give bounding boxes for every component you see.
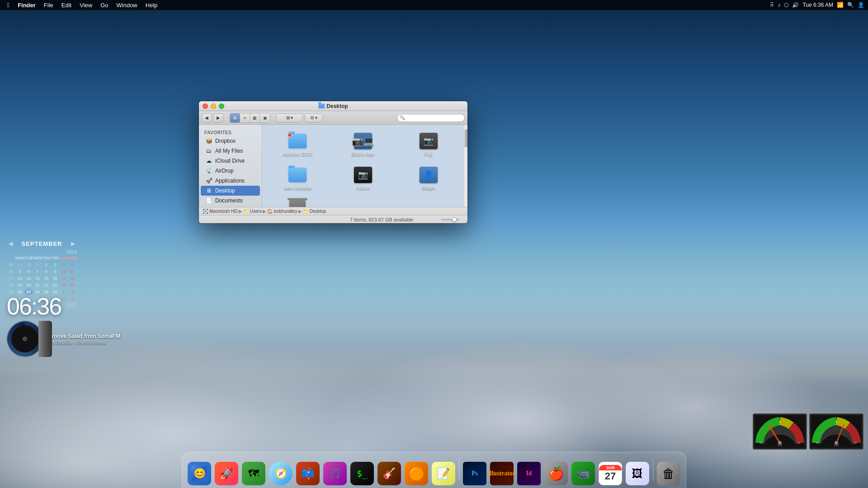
cal-day-3[interactable]: 3 xyxy=(59,262,68,268)
cal-day-12[interactable]: 12 xyxy=(15,275,24,282)
cal-prev-button[interactable]: ◀ xyxy=(8,239,14,248)
dock-preview[interactable]: 🖼 xyxy=(625,461,650,486)
cal-day-31-aug[interactable]: 31 xyxy=(33,262,42,268)
cal-day-8[interactable]: 8 xyxy=(42,268,51,275)
cal-day-30-aug[interactable]: 30 xyxy=(24,262,33,268)
menubar-file[interactable]: File xyxy=(40,1,57,9)
menubar-help[interactable]: Help xyxy=(142,1,161,9)
menubar-volume-icon[interactable]: 🔊 xyxy=(792,2,799,8)
cal-day-1[interactable]: 1 xyxy=(42,262,51,268)
cal-day-5[interactable]: 5 xyxy=(15,268,24,275)
list-view-button[interactable]: ≡ xyxy=(240,113,250,122)
file-new-website[interactable]: new website xyxy=(267,163,329,193)
forward-button[interactable]: ▶ xyxy=(213,113,223,122)
cal-day-2[interactable]: 2 xyxy=(51,262,59,268)
file-steph[interactable]: 👤 Steph xyxy=(397,163,459,193)
dock-app5[interactable]: 📫 xyxy=(295,461,321,486)
action-button[interactable]: ⚙ ▾ xyxy=(305,113,323,122)
menubar-view[interactable]: View xyxy=(76,1,96,9)
menubar-search-icon[interactable]: 🔍 xyxy=(847,2,854,8)
cover-view-button[interactable]: ▣ xyxy=(260,113,270,122)
dock-photoshop[interactable]: Ps xyxy=(462,461,487,486)
slider-thumb[interactable] xyxy=(452,217,457,222)
cal-day-11[interactable]: 11 xyxy=(68,268,77,275)
sidebar-item-applications[interactable]: 🚀 Applications xyxy=(201,176,260,186)
maximize-button[interactable] xyxy=(219,103,224,109)
file-bobs-mac[interactable]: 💻 Bob's mac xyxy=(332,129,394,160)
dock-vlc[interactable]: 🟠 xyxy=(404,461,429,486)
sidebar-item-desktop[interactable]: 🖥 Desktop xyxy=(201,186,260,196)
cal-day-7[interactable]: 7 xyxy=(33,268,42,275)
dock-launchpad[interactable]: 🚀 xyxy=(214,461,239,486)
cal-day-18[interactable]: 18 xyxy=(68,275,77,282)
file-trash[interactable]: |||| Trash xyxy=(267,197,329,207)
breadcrumb-desktop[interactable]: 📁 Desktop xyxy=(303,209,326,214)
dock-trash[interactable]: 🗑 xyxy=(656,461,681,486)
cal-day-24[interactable]: 24 xyxy=(59,282,68,288)
scrollbar-thumb[interactable] xyxy=(465,129,467,147)
cal-day-9[interactable]: 9 xyxy=(51,268,59,275)
dock-notes[interactable]: 📝 xyxy=(431,461,456,486)
icon-size-slider[interactable] xyxy=(441,219,464,221)
finder-scrollbar[interactable] xyxy=(464,125,467,207)
cal-day-9-oct[interactable]: 9 xyxy=(68,296,77,302)
close-button[interactable] xyxy=(203,103,208,109)
cal-day-25[interactable]: 25 xyxy=(68,282,77,288)
dock-illustrator[interactable]: illustrator xyxy=(489,461,514,486)
dock-finder[interactable]: 😊 xyxy=(187,461,212,486)
cal-day-21[interactable]: 21 xyxy=(33,282,42,288)
arrange-button[interactable]: ⊞ ▾ xyxy=(276,113,303,122)
menubar-finder[interactable]: Finder xyxy=(14,1,39,9)
search-input[interactable] xyxy=(397,114,465,122)
icon-view-button[interactable]: ⊞ xyxy=(230,113,240,122)
breadcrumb-users[interactable]: 📁 Users xyxy=(243,209,262,214)
dock-facetime[interactable]: 📹 xyxy=(571,461,596,486)
dock-terminal[interactable]: $_ xyxy=(349,461,375,486)
cal-day-2-oct[interactable]: 2 xyxy=(68,289,77,295)
cal-day-23[interactable]: 23 xyxy=(51,282,59,288)
menubar-edit[interactable]: Edit xyxy=(58,1,75,9)
cal-next-button[interactable]: ▶ xyxy=(70,239,76,248)
menubar-airplay-icon[interactable]: ⬡ xyxy=(784,2,788,8)
column-view-button[interactable]: ▦ xyxy=(250,113,260,122)
sidebar-item-airdrop[interactable]: 📡 AirDrop xyxy=(201,166,260,176)
cal-day-22[interactable]: 22 xyxy=(42,282,51,288)
music-album-art[interactable] xyxy=(7,321,43,357)
dock-garageband[interactable]: 🎸 xyxy=(377,461,402,486)
dock-calendar[interactable]: SUN 27 xyxy=(598,461,623,486)
cal-day-17[interactable]: 17 xyxy=(59,275,68,282)
sidebar-item-dropbox[interactable]: 📦 Dropbox xyxy=(201,136,260,146)
cal-day-29-aug[interactable]: 29 xyxy=(15,262,24,268)
file-autumn-2016[interactable]: Autumn 2016 xyxy=(267,129,329,160)
back-button[interactable]: ◀ xyxy=(202,113,212,122)
cal-day-10[interactable]: 10 xyxy=(59,268,68,275)
cal-day-14[interactable]: 14 xyxy=(33,275,42,282)
cal-day-20[interactable]: 20 xyxy=(24,282,33,288)
sidebar-item-all-my-files[interactable]: 🗂 All My Files xyxy=(201,146,260,156)
cal-day-4[interactable]: 4 xyxy=(68,262,77,268)
dock-itunes[interactable]: 🎵 xyxy=(322,461,348,486)
breadcrumb-hd[interactable]: 💽 Macintosh HD xyxy=(203,209,238,214)
cal-day-6[interactable]: 6 xyxy=(24,268,33,275)
cal-day-19[interactable]: 19 xyxy=(15,282,24,288)
cal-day-16[interactable]: 16 xyxy=(51,275,59,282)
menubar-window[interactable]: Window xyxy=(113,1,141,9)
minimize-button[interactable] xyxy=(211,103,216,109)
file-nikon[interactable]: 📷 Nikon xyxy=(332,163,394,193)
nikon-label: Nikon xyxy=(357,185,369,191)
dock-indesign[interactable]: Id xyxy=(516,461,542,486)
dock-maps[interactable]: 🗺 xyxy=(241,461,266,486)
menubar-go[interactable]: Go xyxy=(97,1,112,9)
sidebar-item-icloud[interactable]: ☁ iCloud Drive xyxy=(201,156,260,166)
sidebar-item-documents[interactable]: 📄 Documents xyxy=(201,196,260,206)
menubar-wifi-icon[interactable]: 📶 xyxy=(837,2,844,8)
cal-day-15[interactable]: 15 xyxy=(42,275,51,282)
dock-safari[interactable]: 🧭 xyxy=(268,461,293,486)
cal-day-13[interactable]: 13 xyxy=(24,275,33,282)
dock-mac[interactable]: 🍎 xyxy=(543,461,569,486)
menubar-music-icon[interactable]: ♪ xyxy=(778,2,780,8)
file-fuji[interactable]: 📷 Fuji xyxy=(397,129,459,160)
menubar-user-icon[interactable]: 👤 xyxy=(858,2,864,8)
apple-menu[interactable]:  xyxy=(4,1,13,9)
breadcrumb-user[interactable]: 🏠 bobhundley xyxy=(267,209,297,214)
